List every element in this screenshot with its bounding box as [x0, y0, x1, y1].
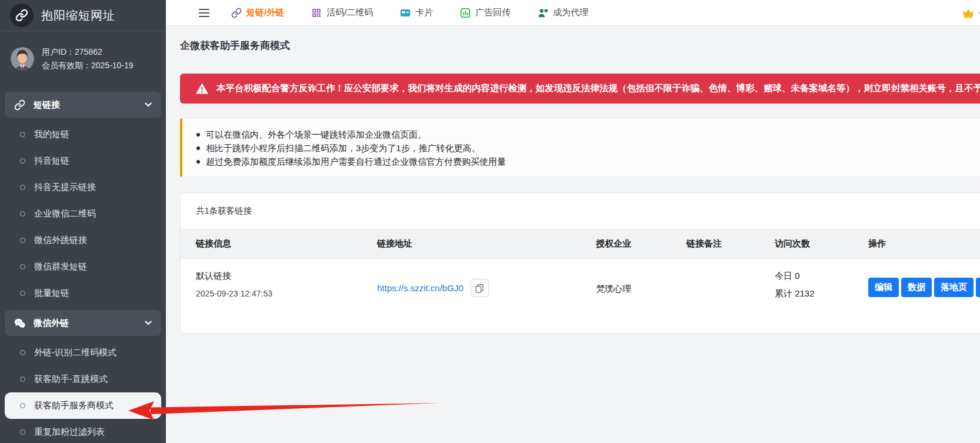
table-row: 默认链接 2025-09-23 12:47:53 https://s.szzit…: [181, 259, 980, 312]
visits-today: 今日 0: [775, 271, 868, 282]
table-header-row: 链接信息 链接地址 授权企业 链接备注 访问次数 操作: [181, 229, 980, 259]
logo-row: 抱阳缩短网址: [0, 0, 166, 31]
sidebar-item-label: 重复加粉过滤列表: [34, 427, 105, 438]
sidebar-item-label: 抖音短链: [34, 155, 69, 166]
copy-icon: [475, 284, 484, 293]
delete-button[interactable]: 删除: [976, 278, 980, 297]
ad-report-icon: [460, 8, 471, 18]
links-card: 共1条获客链接 链接信息 链接地址 授权企业 链接备注 访问次数 操作 默认链接…: [180, 192, 980, 334]
group-label: 微信外链: [34, 318, 136, 329]
sidebar-item-assistant-direct-mode[interactable]: 获客助手-直跳模式: [0, 366, 166, 392]
hamburger-menu-icon[interactable]: [198, 8, 210, 18]
app-window: 抱阳缩短网址 用户ID：275862 会员有效: [0, 0, 980, 443]
sidebar-item-wechat-outlink[interactable]: 微信外跳链接: [0, 227, 166, 254]
bullet-ring-icon: [20, 185, 25, 190]
sidebar-item-label: 我的短链: [34, 129, 69, 140]
topbar: 短链/外链 活码/二维码 卡片: [166, 0, 980, 26]
visits-total: 累计 2132: [775, 288, 868, 299]
landing-page-button[interactable]: 落地页: [934, 278, 974, 297]
links-count-summary: 共1条获客链接: [181, 193, 980, 229]
row-actions: 编辑 数据 落地页 删除: [868, 278, 980, 297]
tip-item: 可以在微信内、外各个场景一键跳转添加企业微信页面。: [193, 128, 980, 141]
chain-link-icon: [15, 9, 28, 22]
sidebar-item-douyin-shortlink[interactable]: 抖音短链: [0, 148, 166, 174]
sidebar-menu: 短链接 我的短链 抖音短链 抖音无提示链接 企业微信二维码 微信外跳链: [0, 92, 166, 443]
chevron-down-icon: [145, 321, 152, 325]
bullet-ring-icon: [20, 211, 25, 216]
chain-link-icon: [14, 99, 25, 111]
tip-item: 相比于跳转小程序后扫描二维码添加，3步变为了1步，推广转化更高。: [193, 141, 980, 155]
sidebar-item-assistant-provider-mode[interactable]: 获客助手服务商模式: [5, 392, 161, 419]
sidebar-item-label: 获客助手-直跳模式: [34, 374, 108, 385]
tip-item: 超过免费添加额度后继续添加用户需要自行通过企业微信官方付费购买使用量: [193, 155, 980, 168]
bullet-ring-icon: [20, 377, 25, 382]
qr-code-icon: [311, 8, 322, 18]
topnav-label: 成为代理: [553, 7, 588, 18]
sidebar-item-my-shortlinks[interactable]: 我的短链: [0, 121, 166, 148]
sidebar-item-wechat-mass-shortlink[interactable]: 微信群发短链: [0, 254, 166, 280]
col-authorized-company: 授权企业: [596, 238, 686, 249]
group-label: 短链接: [34, 99, 136, 111]
short-link-url[interactable]: https://s.szzit.cn/bGJ0: [377, 283, 464, 293]
sidebar-item-label: 微信外跳链接: [34, 235, 87, 246]
topnav-label: 卡片: [415, 7, 433, 18]
topnav-item-card[interactable]: 卡片: [400, 7, 433, 18]
page-title: 企微获客助手服务商模式: [180, 39, 980, 52]
col-link-info: 链接信息: [196, 238, 377, 249]
col-link-url: 链接地址: [377, 238, 596, 249]
avatar: [11, 47, 34, 71]
col-link-note: 链接备注: [686, 238, 775, 249]
warning-triangle-icon: [195, 82, 209, 95]
topnav-item-become-agent[interactable]: 成为代理: [538, 7, 588, 18]
col-actions: 操作: [868, 238, 980, 249]
bullet-ring-icon: [20, 158, 25, 164]
bullet-ring-icon: [20, 238, 25, 243]
main-content: 企微获客助手服务商模式 本平台积极配合警方反诈工作！应公安部要求，我们将对生成的…: [166, 26, 980, 443]
app-logo: [10, 4, 34, 27]
bullet-ring-icon: [20, 132, 25, 137]
col-visit-count: 访问次数: [775, 238, 868, 249]
topnav-label: 广告回传: [475, 7, 511, 18]
link-created-time: 2025-09-23 12:47:53: [196, 289, 377, 298]
sidebar-item-label: 批量短链: [34, 288, 69, 299]
sidebar-item-outlink-qr-mode[interactable]: 外链-识别二维码模式: [0, 339, 166, 366]
sidebar-item-wecom-qrcode[interactable]: 企业微信二维码: [0, 201, 166, 227]
bullet-ring-icon: [20, 264, 25, 269]
app-title: 抱阳缩短网址: [41, 8, 115, 24]
chevron-down-icon: [145, 102, 152, 107]
sidebar-item-batch-shortlink[interactable]: 批量短链: [0, 280, 166, 307]
crown-icon: [962, 8, 975, 18]
sidebar-item-douyin-noprompt[interactable]: 抖音无提示链接: [0, 174, 166, 201]
sidebar-item-label: 外链-识别二维码模式: [34, 347, 116, 358]
topnav-label: 活码/二维码: [326, 7, 373, 18]
wechat-icon: [14, 318, 25, 329]
alert-text: 本平台积极配合警方反诈工作！应公安部要求，我们将对生成的内容进行检测，如发现违反…: [216, 82, 980, 95]
data-button[interactable]: 数据: [901, 278, 932, 297]
topnav-item-shortlink-outlink[interactable]: 短链/外链: [231, 7, 284, 18]
sidebar-group-wechat-external[interactable]: 微信外链: [5, 310, 161, 336]
topnav-label: 短链/外链: [246, 7, 284, 18]
user-panel: 用户ID：275862 会员有效期：2025-10-19: [0, 31, 166, 72]
vip-membership[interactable]: 会: [962, 0, 980, 26]
card-icon: [400, 8, 411, 18]
sidebar-item-duplicate-filter-list[interactable]: 重复加粉过滤列表: [0, 419, 166, 443]
sidebar-group-shortlink[interactable]: 短链接: [5, 92, 161, 118]
sidebar-item-label: 获客助手服务商模式: [34, 400, 114, 411]
bullet-ring-icon: [20, 403, 25, 408]
bullet-ring-icon: [20, 350, 25, 355]
bullet-ring-icon: [20, 291, 25, 296]
topnav-item-ad-callback[interactable]: 广告回传: [460, 7, 511, 18]
anti-fraud-alert-banner: 本平台积极配合警方反诈工作！应公安部要求，我们将对生成的内容进行检测，如发现违反…: [180, 74, 980, 104]
top-navigation: 短链/外链 活码/二维码 卡片: [231, 7, 588, 18]
sidebar-item-label: 抖音无提示链接: [34, 182, 96, 193]
authorized-company: 梵璞心理: [596, 284, 686, 295]
edit-button[interactable]: 编辑: [868, 278, 899, 297]
chain-link-icon: [231, 8, 242, 18]
membership-expiry: 会员有效期：2025-10-19: [42, 59, 134, 72]
link-name: 默认链接: [196, 271, 377, 282]
sidebar-item-label: 微信群发短链: [34, 261, 87, 272]
feature-tips-box: 可以在微信内、外各个场景一键跳转添加企业微信页面。 相比于跳转小程序后扫描二维码…: [180, 118, 980, 177]
copy-button[interactable]: [471, 279, 489, 297]
topnav-item-livecode-qrcode[interactable]: 活码/二维码: [311, 7, 373, 18]
sidebar-item-label: 企业微信二维码: [34, 208, 96, 219]
